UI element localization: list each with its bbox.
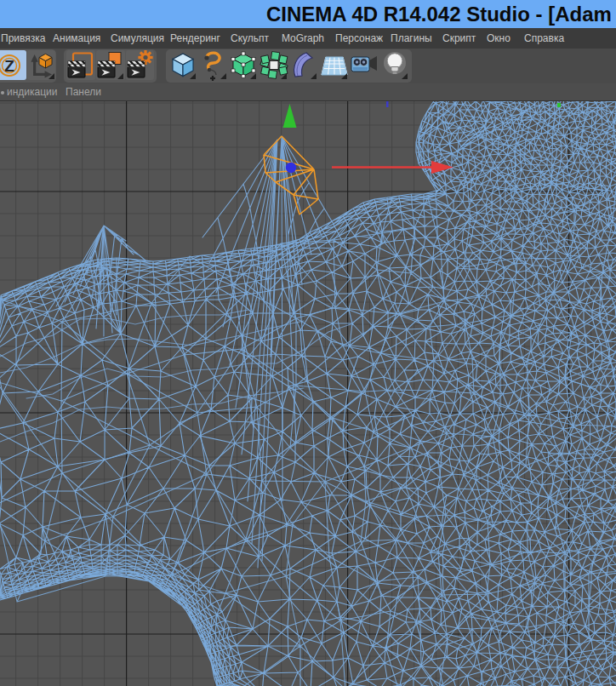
svg-text:Z: Z [4,57,14,75]
